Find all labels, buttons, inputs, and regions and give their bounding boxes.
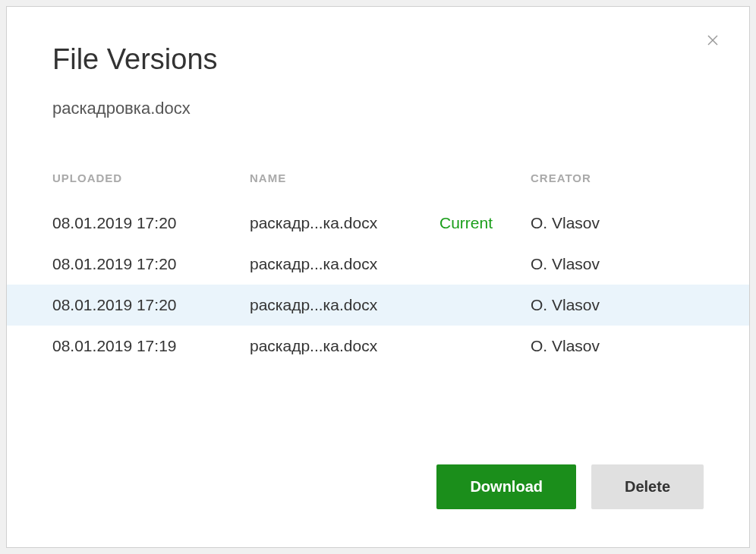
cell-creator: O. Vlasov [531,255,704,273]
dialog-footer: Download Delete [436,464,704,509]
close-icon [706,33,720,47]
cell-name: раскадр...ка.docx [250,214,439,232]
header-uploaded: UPLOADED [52,172,250,184]
versions-table: UPLOADED NAME CREATOR 08.01.2019 17:20ра… [52,172,704,367]
table-body: 08.01.2019 17:20раскадр...ка.docxCurrent… [52,203,704,367]
cell-uploaded: 08.01.2019 17:20 [52,296,250,314]
header-creator: CREATOR [531,172,704,184]
dialog-title: File Versions [52,43,704,76]
cell-name: раскадр...ка.docx [250,296,439,314]
header-status [439,172,531,184]
file-versions-dialog: File Versions раскадровка.docx UPLOADED … [6,6,750,548]
cell-status: Current [439,214,531,232]
download-button[interactable]: Download [436,464,576,509]
cell-uploaded: 08.01.2019 17:20 [52,255,250,273]
filename-label: раскадровка.docx [52,99,704,118]
table-header: UPLOADED NAME CREATOR [52,172,704,203]
delete-button[interactable]: Delete [591,464,704,509]
close-button[interactable] [701,28,725,52]
cell-name: раскадр...ка.docx [250,255,439,273]
table-row[interactable]: 08.01.2019 17:20раскадр...ка.docxO. Vlas… [52,244,704,285]
cell-name: раскадр...ка.docx [250,337,439,355]
cell-creator: O. Vlasov [531,296,704,314]
cell-creator: O. Vlasov [531,214,704,232]
table-row[interactable]: 08.01.2019 17:20раскадр...ка.docxO. Vlas… [7,285,749,326]
header-name: NAME [250,172,439,184]
table-row[interactable]: 08.01.2019 17:19раскадр...ка.docxO. Vlas… [52,326,704,367]
cell-uploaded: 08.01.2019 17:20 [52,214,250,232]
table-row[interactable]: 08.01.2019 17:20раскадр...ка.docxCurrent… [52,203,704,244]
cell-creator: O. Vlasov [531,337,704,355]
cell-uploaded: 08.01.2019 17:19 [52,337,250,355]
